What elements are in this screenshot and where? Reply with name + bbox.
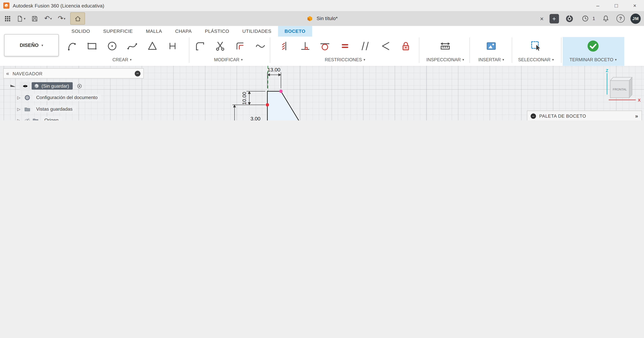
horizontal-vertical-constraint-icon[interactable] [277,38,293,54]
ribbon: SOLIDO SUPERFICIE MALLA CHAPA PLÁSTICO U… [0,26,644,66]
group-insertar[interactable]: INSERTAR▾ [478,57,504,62]
tab-utilidades[interactable]: UTILIDADES [236,26,278,37]
spline-icon[interactable] [124,38,140,54]
avatar[interactable]: JM [630,13,641,24]
file-menu-icon[interactable]: ▾ [16,13,26,24]
origin-label[interactable]: Origen [41,116,62,120]
activate-component-radio[interactable] [75,82,84,90]
minimize-button[interactable]: – [588,0,607,11]
group-terminar-boceto[interactable]: TERMINAR BOCETO▾ [570,57,617,62]
fillet-icon[interactable] [192,38,208,54]
tangent-constraint-icon[interactable] [317,38,333,54]
finish-sketch-icon[interactable] [585,38,601,54]
palette-title: PALETA DE BOCETO [539,113,586,118]
document-tab-title: Sin título* [316,16,338,21]
group-inspeccionar[interactable]: INSPECCIONAR▾ [426,57,464,62]
gear-icon [23,93,31,102]
maximize-button[interactable]: □ [607,0,626,11]
undo-icon[interactable]: ↶ ▾ [43,13,53,24]
home-view-icon[interactable] [70,12,85,25]
tab-chapa[interactable]: CHAPA [168,26,198,37]
group-modificar[interactable]: MODIFICAR▾ [214,57,243,62]
workspace-selector[interactable]: DISEÑO ▾ [4,34,59,56]
data-panel-icon[interactable] [2,13,12,24]
new-document-tab-button[interactable]: + [549,14,559,23]
help-icon[interactable]: ? [616,14,625,23]
equal-constraint-icon[interactable] [337,38,353,54]
dim-top-width[interactable]: 13.00 [268,67,280,73]
expand-icon[interactable]: ▷ [17,107,23,111]
fix-constraint-icon[interactable] [398,38,414,54]
ribbon-separator [189,37,190,63]
circle-icon[interactable] [104,38,120,54]
quick-access-toolbar: ▾ ↶ ▾ ↷ ▾ Sin título* × + [0,11,644,26]
palette-minimize-icon[interactable]: − [531,113,536,119]
sketch-point-selected[interactable] [279,90,282,93]
perpendicular-constraint-icon[interactable] [297,38,313,54]
save-icon[interactable] [30,13,39,24]
ribbon-separator [270,37,270,63]
sketch-point[interactable] [266,103,269,106]
saved-views-label[interactable]: Vistas guardadas [33,105,76,113]
group-crear[interactable]: CREAR▾ [112,57,132,62]
palette-collapse-icon[interactable]: » [635,113,638,119]
view-cube[interactable]: Z X FRONTAL [602,68,643,106]
offset-icon[interactable] [232,38,248,54]
origin-row[interactable]: ▷ Origen [17,116,62,120]
tab-superficie[interactable]: SUPERFICIE [96,26,139,37]
slot-icon[interactable] [164,38,180,54]
group-restricciones[interactable]: RESTRICCIONES▾ [325,57,365,62]
select-icon[interactable] [528,38,544,54]
viewport-canvas[interactable]: 13.00 10.00 3.00 137.00 83.00 [0,66,644,120]
measure-icon[interactable] [437,38,454,54]
close-document-tab-icon[interactable]: × [540,15,544,22]
tab-malla[interactable]: MALLA [139,26,168,37]
saved-views-row[interactable]: ▷ Vistas guardadas [17,105,76,114]
notifications-bell-icon[interactable] [601,13,611,24]
group-seleccionar[interactable]: SELECCIONAR▾ [518,57,554,62]
extensions-icon[interactable] [564,13,574,24]
close-button[interactable]: × [626,0,644,11]
collinear-constraint-icon[interactable] [377,38,394,54]
expand-icon[interactable]: ▷ [17,95,23,100]
document-visibility-toggle[interactable] [20,82,30,90]
navigator-collapse-icon[interactable]: « [6,70,9,77]
folder-icon [23,105,31,113]
navigator-header: « NAVEGADOR − [3,68,144,79]
component-cube-icon [34,83,39,89]
redo-icon[interactable]: ↷ ▾ [57,13,66,24]
tab-plastico[interactable]: PLÁSTICO [198,26,236,37]
viewcube-face-label[interactable]: FRONTAL [613,88,627,91]
eye-off-icon[interactable] [23,116,31,120]
rectangle-icon[interactable] [84,38,100,54]
expand-icon[interactable]: ▷ [17,118,23,120]
document-tab[interactable]: Sin título* [306,11,338,26]
dim-upper-height[interactable]: 10.00 [241,92,247,105]
dim-upper-height-lines [246,91,265,105]
job-status-count: 1 [592,16,595,21]
navigator-minimize-icon[interactable]: − [135,71,140,76]
navigator-title: NAVEGADOR [12,71,42,76]
line-icon[interactable] [64,38,80,54]
insert-image-icon[interactable] [483,38,500,54]
fusion-360-app: Autodesk Fusion 360 (Licencia educativa)… [0,0,644,120]
qat-right-group: × + 1 ? JM [540,11,641,26]
document-row[interactable]: (Sin guardar) [9,82,84,91]
window-controls: – □ × [588,0,644,11]
tab-boceto[interactable]: BOCETO [278,26,312,37]
polygon-icon[interactable] [144,38,160,54]
parallel-constraint-icon[interactable] [357,38,373,54]
job-status-clock-icon[interactable] [580,13,590,24]
document-settings-row[interactable]: ▷ Configuración del documento [17,93,101,102]
sketch-profile[interactable] [268,91,388,120]
ribbon-separator [561,37,562,63]
titlebar: Autodesk Fusion 360 (Licencia educativa)… [0,0,644,12]
project-curve-icon[interactable] [252,38,268,54]
trim-icon[interactable] [212,38,228,54]
qat-left-group: ▾ ↶ ▾ ↷ ▾ [2,11,85,26]
document-settings-label[interactable]: Configuración del documento [33,94,101,101]
fusion-logo-icon [3,3,9,9]
tab-solido[interactable]: SOLIDO [65,26,96,37]
document-node[interactable]: (Sin guardar) [32,82,73,90]
dim-left-offset[interactable]: 3.00 [250,116,260,120]
